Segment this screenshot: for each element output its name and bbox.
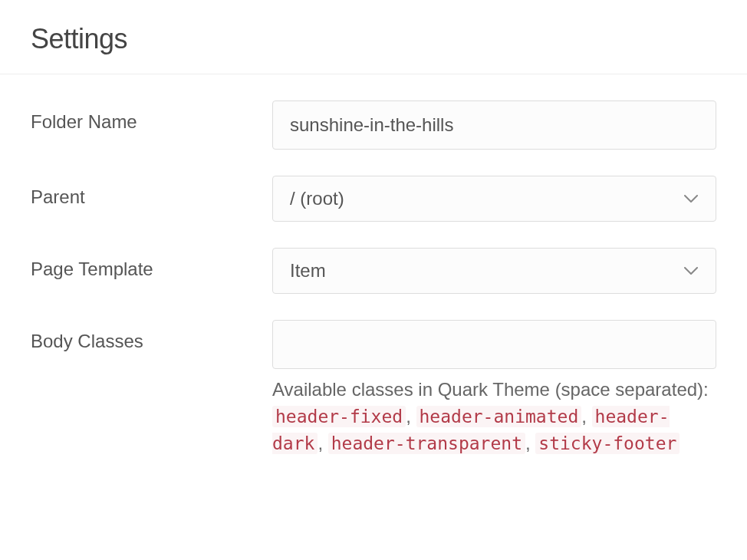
separator: , xyxy=(581,406,591,427)
folder-name-input[interactable] xyxy=(272,100,716,150)
settings-header: Settings xyxy=(0,0,747,74)
page-template-row: Page Template Item xyxy=(31,248,716,294)
page-template-select[interactable]: Item xyxy=(272,248,716,294)
body-class-code: header-fixed xyxy=(272,406,406,427)
body-classes-list: header-fixed, header-animated, header-da… xyxy=(272,406,680,453)
parent-row: Parent / (root) xyxy=(31,176,716,222)
body-classes-label: Body Classes xyxy=(31,320,272,352)
separator: , xyxy=(406,406,416,427)
parent-select-value: / (root) xyxy=(290,188,683,209)
body-classes-input[interactable] xyxy=(272,320,716,369)
parent-control: / (root) xyxy=(272,176,716,222)
folder-name-label: Folder Name xyxy=(31,100,272,133)
chevron-down-icon xyxy=(683,191,699,206)
body-class-code: header-transparent xyxy=(328,433,525,454)
body-class-code: header-animated xyxy=(416,406,582,427)
chevron-down-icon xyxy=(683,263,699,278)
folder-name-control xyxy=(272,100,716,150)
separator: , xyxy=(525,433,535,453)
parent-select[interactable]: / (root) xyxy=(272,176,716,222)
body-class-code: sticky-footer xyxy=(535,433,680,454)
body-classes-help: Available classes in Quark Theme (space … xyxy=(272,377,716,456)
settings-form: Folder Name Parent / (root) Page Templat… xyxy=(0,74,747,479)
body-classes-help-intro: Available classes in Quark Theme (space … xyxy=(272,379,709,400)
page-template-control: Item xyxy=(272,248,716,294)
separator: , xyxy=(318,433,327,453)
page-title: Settings xyxy=(31,23,716,55)
page-template-select-value: Item xyxy=(290,260,683,282)
page-template-label: Page Template xyxy=(31,248,272,280)
body-classes-row: Body Classes Available classes in Quark … xyxy=(31,320,716,456)
body-classes-control: Available classes in Quark Theme (space … xyxy=(272,320,716,456)
parent-label: Parent xyxy=(31,176,272,208)
folder-name-row: Folder Name xyxy=(31,100,716,150)
